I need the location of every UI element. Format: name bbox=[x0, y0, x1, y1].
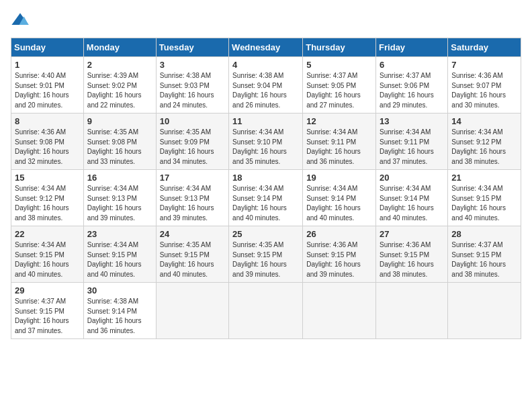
calendar-cell: 1Sunrise: 4:40 AM Sunset: 9:01 PM Daylig… bbox=[11, 57, 84, 113]
day-info: Sunrise: 4:37 AM Sunset: 9:05 PM Dayligh… bbox=[306, 71, 372, 110]
calendar-table: SundayMondayTuesdayWednesdayThursdayFrid… bbox=[11, 38, 521, 339]
day-info: Sunrise: 4:34 AM Sunset: 9:14 PM Dayligh… bbox=[232, 184, 299, 223]
day-info: Sunrise: 4:34 AM Sunset: 9:12 PM Dayligh… bbox=[15, 184, 80, 223]
calendar-cell: 22Sunrise: 4:34 AM Sunset: 9:15 PM Dayli… bbox=[11, 226, 84, 283]
day-number: 2 bbox=[87, 60, 152, 70]
day-info: Sunrise: 4:39 AM Sunset: 9:02 PM Dayligh… bbox=[87, 71, 152, 110]
day-info: Sunrise: 4:34 AM Sunset: 9:14 PM Dayligh… bbox=[380, 184, 444, 223]
day-info: Sunrise: 4:34 AM Sunset: 9:11 PM Dayligh… bbox=[380, 128, 444, 167]
calendar-week-row: 1Sunrise: 4:40 AM Sunset: 9:01 PM Daylig… bbox=[11, 57, 521, 113]
calendar-cell: 5Sunrise: 4:37 AM Sunset: 9:05 PM Daylig… bbox=[303, 57, 376, 113]
calendar-cell: 6Sunrise: 4:37 AM Sunset: 9:06 PM Daylig… bbox=[376, 57, 448, 113]
day-number: 21 bbox=[451, 173, 517, 183]
day-number: 20 bbox=[380, 173, 444, 183]
day-number: 14 bbox=[451, 116, 517, 126]
day-info: Sunrise: 4:37 AM Sunset: 9:06 PM Dayligh… bbox=[380, 71, 444, 110]
calendar-cell: 24Sunrise: 4:35 AM Sunset: 9:15 PM Dayli… bbox=[156, 226, 228, 283]
day-info: Sunrise: 4:34 AM Sunset: 9:15 PM Dayligh… bbox=[451, 184, 517, 223]
calendar-cell: 10Sunrise: 4:35 AM Sunset: 9:09 PM Dayli… bbox=[156, 113, 228, 170]
calendar-cell: 11Sunrise: 4:34 AM Sunset: 9:10 PM Dayli… bbox=[229, 113, 303, 170]
day-info: Sunrise: 4:34 AM Sunset: 9:10 PM Dayligh… bbox=[232, 128, 299, 167]
day-info: Sunrise: 4:34 AM Sunset: 9:15 PM Dayligh… bbox=[15, 240, 80, 279]
day-number: 13 bbox=[380, 116, 444, 126]
calendar-cell: 26Sunrise: 4:36 AM Sunset: 9:15 PM Dayli… bbox=[303, 226, 376, 283]
calendar-cell: 17Sunrise: 4:34 AM Sunset: 9:13 PM Dayli… bbox=[156, 170, 228, 226]
day-number: 15 bbox=[15, 173, 80, 183]
day-info: Sunrise: 4:38 AM Sunset: 9:14 PM Dayligh… bbox=[87, 297, 152, 336]
page-header bbox=[11, 11, 521, 30]
column-header-tuesday: Tuesday bbox=[156, 38, 228, 57]
column-header-friday: Friday bbox=[376, 38, 448, 57]
day-number: 29 bbox=[15, 285, 80, 295]
day-number: 24 bbox=[160, 229, 225, 239]
calendar-cell: 18Sunrise: 4:34 AM Sunset: 9:14 PM Dayli… bbox=[229, 170, 303, 226]
calendar-cell: 4Sunrise: 4:38 AM Sunset: 9:04 PM Daylig… bbox=[229, 57, 303, 113]
column-header-wednesday: Wednesday bbox=[229, 38, 303, 57]
calendar-week-row: 8Sunrise: 4:36 AM Sunset: 9:08 PM Daylig… bbox=[11, 113, 521, 170]
day-info: Sunrise: 4:40 AM Sunset: 9:01 PM Dayligh… bbox=[15, 71, 80, 110]
day-number: 27 bbox=[380, 229, 444, 239]
calendar-cell: 13Sunrise: 4:34 AM Sunset: 9:11 PM Dayli… bbox=[376, 113, 448, 170]
day-number: 17 bbox=[160, 173, 225, 183]
calendar-cell: 27Sunrise: 4:36 AM Sunset: 9:15 PM Dayli… bbox=[376, 226, 448, 283]
column-header-monday: Monday bbox=[83, 38, 156, 57]
logo bbox=[11, 11, 32, 30]
day-number: 16 bbox=[87, 173, 152, 183]
day-info: Sunrise: 4:34 AM Sunset: 9:11 PM Dayligh… bbox=[306, 128, 372, 167]
calendar-cell: 2Sunrise: 4:39 AM Sunset: 9:02 PM Daylig… bbox=[83, 57, 156, 113]
calendar-cell: 8Sunrise: 4:36 AM Sunset: 9:08 PM Daylig… bbox=[11, 113, 84, 170]
calendar-cell bbox=[448, 283, 521, 339]
day-info: Sunrise: 4:36 AM Sunset: 9:08 PM Dayligh… bbox=[15, 128, 80, 167]
calendar-cell: 3Sunrise: 4:38 AM Sunset: 9:03 PM Daylig… bbox=[156, 57, 228, 113]
calendar-cell: 30Sunrise: 4:38 AM Sunset: 9:14 PM Dayli… bbox=[83, 283, 156, 339]
calendar-cell: 21Sunrise: 4:34 AM Sunset: 9:15 PM Dayli… bbox=[448, 170, 521, 226]
calendar-cell: 9Sunrise: 4:35 AM Sunset: 9:08 PM Daylig… bbox=[83, 113, 156, 170]
day-info: Sunrise: 4:36 AM Sunset: 9:15 PM Dayligh… bbox=[380, 240, 444, 279]
day-info: Sunrise: 4:35 AM Sunset: 9:15 PM Dayligh… bbox=[160, 240, 225, 279]
day-info: Sunrise: 4:34 AM Sunset: 9:12 PM Dayligh… bbox=[451, 128, 517, 167]
calendar-week-row: 22Sunrise: 4:34 AM Sunset: 9:15 PM Dayli… bbox=[11, 226, 521, 283]
day-info: Sunrise: 4:38 AM Sunset: 9:03 PM Dayligh… bbox=[160, 71, 225, 110]
column-header-thursday: Thursday bbox=[303, 38, 376, 57]
day-info: Sunrise: 4:36 AM Sunset: 9:15 PM Dayligh… bbox=[306, 240, 372, 279]
day-number: 9 bbox=[87, 116, 152, 126]
day-number: 18 bbox=[232, 173, 299, 183]
calendar-week-row: 15Sunrise: 4:34 AM Sunset: 9:12 PM Dayli… bbox=[11, 170, 521, 226]
calendar-cell: 16Sunrise: 4:34 AM Sunset: 9:13 PM Dayli… bbox=[83, 170, 156, 226]
calendar-cell: 28Sunrise: 4:37 AM Sunset: 9:15 PM Dayli… bbox=[448, 226, 521, 283]
day-number: 26 bbox=[306, 229, 372, 239]
day-number: 7 bbox=[451, 60, 517, 70]
day-number: 28 bbox=[451, 229, 517, 239]
day-info: Sunrise: 4:34 AM Sunset: 9:13 PM Dayligh… bbox=[87, 184, 152, 223]
day-number: 12 bbox=[306, 116, 372, 126]
logo-icon bbox=[11, 11, 30, 30]
day-info: Sunrise: 4:34 AM Sunset: 9:15 PM Dayligh… bbox=[87, 240, 152, 279]
calendar-cell: 29Sunrise: 4:37 AM Sunset: 9:15 PM Dayli… bbox=[11, 283, 84, 339]
calendar-cell: 19Sunrise: 4:34 AM Sunset: 9:14 PM Dayli… bbox=[303, 170, 376, 226]
day-number: 11 bbox=[232, 116, 299, 126]
day-number: 19 bbox=[306, 173, 372, 183]
day-number: 10 bbox=[160, 116, 225, 126]
day-info: Sunrise: 4:35 AM Sunset: 9:08 PM Dayligh… bbox=[87, 128, 152, 167]
day-number: 22 bbox=[15, 229, 80, 239]
day-number: 25 bbox=[232, 229, 299, 239]
day-number: 6 bbox=[380, 60, 444, 70]
day-info: Sunrise: 4:37 AM Sunset: 9:15 PM Dayligh… bbox=[15, 297, 80, 336]
column-header-sunday: Sunday bbox=[11, 38, 84, 57]
day-info: Sunrise: 4:35 AM Sunset: 9:15 PM Dayligh… bbox=[232, 240, 299, 279]
day-number: 1 bbox=[15, 60, 80, 70]
day-number: 4 bbox=[232, 60, 299, 70]
calendar-cell: 25Sunrise: 4:35 AM Sunset: 9:15 PM Dayli… bbox=[229, 226, 303, 283]
calendar-cell bbox=[376, 283, 448, 339]
day-number: 23 bbox=[87, 229, 152, 239]
calendar-cell: 12Sunrise: 4:34 AM Sunset: 9:11 PM Dayli… bbox=[303, 113, 376, 170]
day-info: Sunrise: 4:37 AM Sunset: 9:15 PM Dayligh… bbox=[451, 240, 517, 279]
day-info: Sunrise: 4:36 AM Sunset: 9:07 PM Dayligh… bbox=[451, 71, 517, 110]
calendar-header-row: SundayMondayTuesdayWednesdayThursdayFrid… bbox=[11, 38, 521, 57]
calendar-cell: 14Sunrise: 4:34 AM Sunset: 9:12 PM Dayli… bbox=[448, 113, 521, 170]
day-number: 8 bbox=[15, 116, 80, 126]
calendar-cell: 7Sunrise: 4:36 AM Sunset: 9:07 PM Daylig… bbox=[448, 57, 521, 113]
day-number: 30 bbox=[87, 285, 152, 295]
calendar-week-row: 29Sunrise: 4:37 AM Sunset: 9:15 PM Dayli… bbox=[11, 283, 521, 339]
day-info: Sunrise: 4:34 AM Sunset: 9:13 PM Dayligh… bbox=[160, 184, 225, 223]
